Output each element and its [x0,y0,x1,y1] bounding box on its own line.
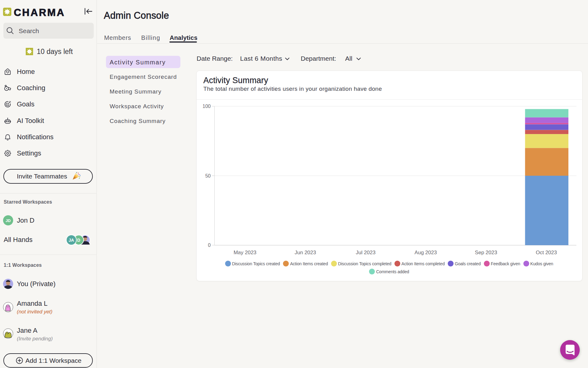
svg-text:100: 100 [202,104,211,109]
svg-text:D: D [77,238,80,243]
svg-text:Jul 2023: Jul 2023 [356,250,375,255]
svg-text:Sep 2023: Sep 2023 [475,250,497,255]
svg-text:May 2023: May 2023 [234,250,257,255]
svg-text:0: 0 [208,243,211,248]
svg-text:JD: JD [6,218,11,223]
svg-text:Aug 2023: Aug 2023 [415,250,437,255]
svg-text:Oct 2023: Oct 2023 [536,250,557,255]
svg-text:50: 50 [205,173,211,178]
svg-text:Jun 2023: Jun 2023 [295,250,316,255]
svg-text:JA: JA [69,238,74,243]
